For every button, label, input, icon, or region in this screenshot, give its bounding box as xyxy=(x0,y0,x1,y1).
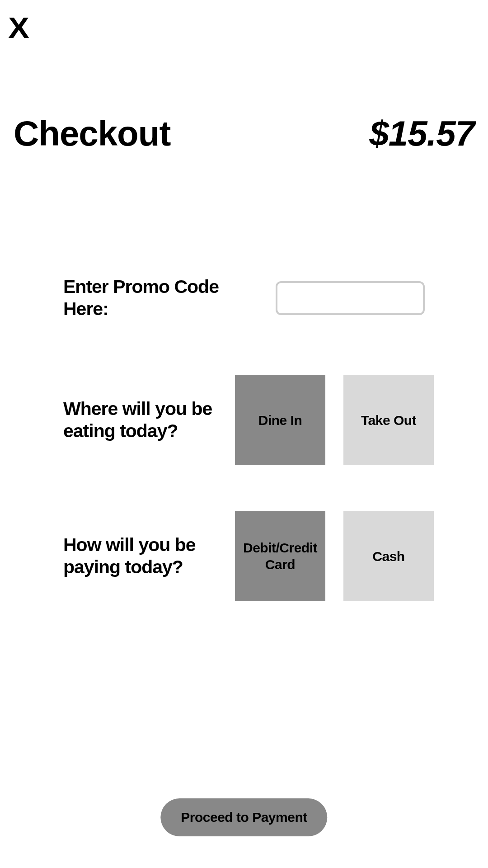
card-button[interactable]: Debit/Credit Card xyxy=(235,511,325,601)
payment-label: How will you be paying today? xyxy=(63,534,212,578)
dine-in-button[interactable]: Dine In xyxy=(235,375,325,465)
proceed-to-payment-button[interactable]: Proceed to Payment xyxy=(160,798,327,836)
close-button[interactable]: X xyxy=(8,14,29,42)
eating-section: Where will you be eating today? Dine In … xyxy=(18,352,470,488)
promo-label: Enter Promo Code Here: xyxy=(63,276,251,320)
checkout-header: Checkout $15.57 xyxy=(14,113,474,154)
total-price: $15.57 xyxy=(369,113,474,154)
payment-section: How will you be paying today? Debit/Cred… xyxy=(18,488,470,624)
payment-options: Debit/Credit Card Cash xyxy=(235,511,434,601)
cash-button[interactable]: Cash xyxy=(343,511,434,601)
page-title: Checkout xyxy=(14,113,170,154)
promo-section: Enter Promo Code Here: xyxy=(18,262,470,352)
promo-input[interactable] xyxy=(276,281,425,315)
eating-label: Where will you be eating today? xyxy=(63,398,212,442)
content-area: Enter Promo Code Here: Where will you be… xyxy=(18,262,470,624)
eating-options: Dine In Take Out xyxy=(235,375,434,465)
take-out-button[interactable]: Take Out xyxy=(343,375,434,465)
